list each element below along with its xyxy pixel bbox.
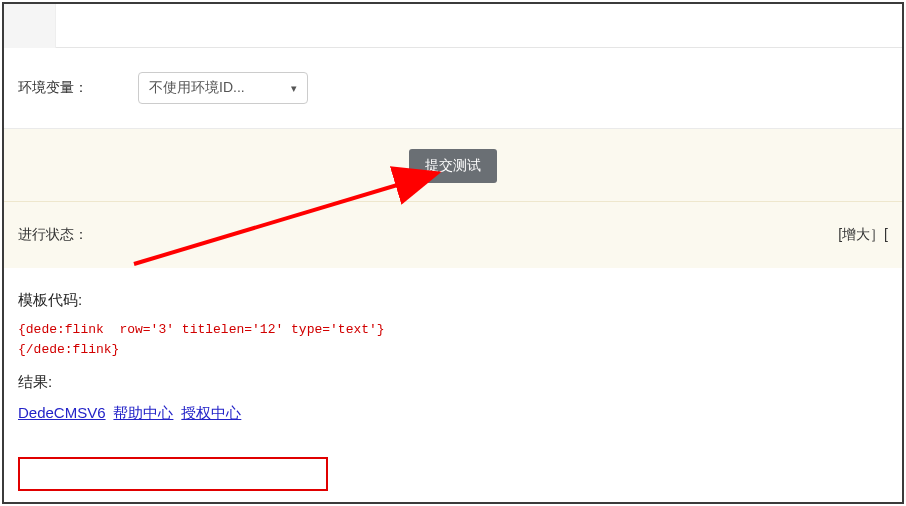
enlarge-action[interactable]: [增大］[ xyxy=(838,226,888,244)
status-label: 进行状态： xyxy=(18,226,88,244)
result-title: 结果: xyxy=(18,373,888,392)
top-toolbar-placeholder xyxy=(4,4,902,48)
env-label: 环境变量： xyxy=(18,79,138,97)
app-frame: 环境变量： 不使用环境ID... ▾ 提交测试 进行状态： [增大］[ 模板代码… xyxy=(2,2,904,504)
result-link-help[interactable]: 帮助中心 xyxy=(113,404,173,421)
submit-row: 提交测试 xyxy=(4,129,902,202)
env-select[interactable]: 不使用环境ID... ▾ xyxy=(138,72,308,104)
env-select-value: 不使用环境ID... xyxy=(149,79,245,97)
submit-test-button[interactable]: 提交测试 xyxy=(409,149,497,183)
env-row: 环境变量： 不使用环境ID... ▾ xyxy=(4,48,902,129)
chevron-down-icon: ▾ xyxy=(291,82,297,95)
template-title: 模板代码: xyxy=(18,291,888,310)
toolbar-slot xyxy=(4,4,56,48)
template-code: {dede:flink row='3' titlelen='12' type='… xyxy=(18,320,888,359)
result-link-license[interactable]: 授权中心 xyxy=(181,404,241,421)
result-links: DedeCMSV6 帮助中心 授权中心 xyxy=(18,402,888,427)
template-section: 模板代码: {dede:flink row='3' titlelen='12' … xyxy=(4,269,902,435)
status-row: 进行状态： [增大］[ xyxy=(4,202,902,269)
result-link-dedecmsv6[interactable]: DedeCMSV6 xyxy=(18,404,106,421)
annotation-box xyxy=(18,457,328,491)
